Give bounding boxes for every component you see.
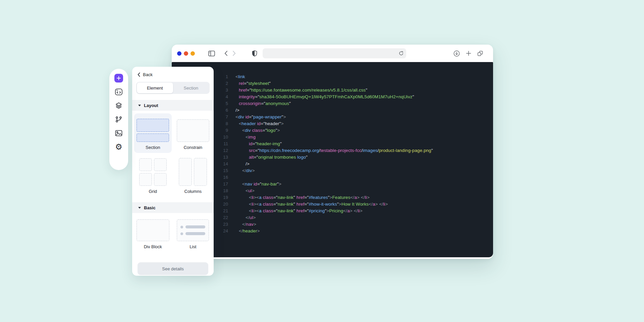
element-card-list[interactable]: List bbox=[174, 216, 212, 252]
element-card-columns[interactable]: Columns bbox=[174, 154, 212, 197]
code-line: 11id="header-img" bbox=[172, 140, 493, 147]
browser-toolbar bbox=[172, 45, 493, 62]
code-line: 23</nav> bbox=[172, 221, 493, 227]
code-text: id="header-img" bbox=[235, 141, 282, 146]
window-control-3[interactable] bbox=[191, 51, 195, 56]
code-line: 19<li><a class="nav-link" href="#feature… bbox=[172, 194, 493, 201]
elements-panel: Back Element Section LayoutSectionConstr… bbox=[132, 67, 214, 276]
window-control-1[interactable] bbox=[177, 51, 181, 56]
section-header-basic[interactable]: Basic bbox=[132, 202, 214, 213]
card-label: Constrain bbox=[183, 145, 202, 150]
constrain-glyph bbox=[177, 119, 209, 142]
code-lines: 1<link2rel="stylesheet"3href="https://us… bbox=[172, 62, 493, 234]
chevron-down-icon bbox=[138, 207, 141, 209]
code-line: 6/> bbox=[172, 107, 493, 113]
sidebar-toggle-icon[interactable] bbox=[208, 51, 215, 56]
download-icon[interactable] bbox=[453, 50, 460, 57]
code-line: 7<div id="page-wrapper"> bbox=[172, 113, 493, 120]
element-card-section[interactable]: Section bbox=[134, 113, 172, 153]
code-text: src="https://cdn.freecodecamp.org/testab… bbox=[235, 148, 433, 153]
back-button[interactable]: Back bbox=[132, 67, 214, 80]
layers-icon[interactable] bbox=[114, 101, 123, 110]
section-glyph bbox=[137, 119, 169, 142]
code-line: 15</div> bbox=[172, 167, 493, 174]
cards-grid: Div BlockList bbox=[132, 213, 214, 254]
code-text: <div class="logo"> bbox=[235, 128, 280, 133]
card-label: List bbox=[190, 244, 196, 249]
grid-glyph bbox=[139, 158, 167, 186]
element-section-switch: Element Section bbox=[136, 82, 210, 94]
section-title: Layout bbox=[144, 103, 158, 108]
section-header-layout[interactable]: Layout bbox=[132, 100, 214, 111]
code-text: /> bbox=[235, 108, 239, 113]
gear-icon[interactable]: ⚙ bbox=[114, 143, 123, 151]
code-line: 10<img bbox=[172, 133, 493, 140]
code-line: 3href="https://use.fontawesome.com/relea… bbox=[172, 87, 493, 93]
code-line: 20<li><a class="nav-link" href="#how-it-… bbox=[172, 201, 493, 207]
forward-icon[interactable] bbox=[232, 51, 236, 56]
panel-sections: LayoutSectionConstrainGridColumnsBasicDi… bbox=[132, 94, 214, 254]
tab-section[interactable]: Section bbox=[173, 83, 209, 93]
element-card-grid[interactable]: Grid bbox=[134, 154, 172, 197]
code-text: <li><a class="nav-link" href="#pricing">… bbox=[235, 208, 363, 213]
code-text: </div> bbox=[235, 168, 255, 173]
code-line: 2rel="stylesheet" bbox=[172, 80, 493, 87]
tab-overview-icon[interactable] bbox=[477, 51, 483, 56]
code-text: </header> bbox=[235, 228, 260, 233]
code-line: 17<nav id="nav-bar"> bbox=[172, 180, 493, 187]
code-line: 21<li><a class="nav-link" href="#pricing… bbox=[172, 207, 493, 214]
list-glyph bbox=[177, 219, 209, 241]
reload-icon[interactable] bbox=[399, 51, 404, 56]
code-text: <nav id="nav-bar"> bbox=[235, 181, 281, 186]
code-text: <img bbox=[235, 135, 256, 140]
tab-element[interactable]: Element bbox=[137, 83, 173, 93]
shield-icon[interactable] bbox=[252, 50, 257, 57]
code-text: <div id="page-wrapper"> bbox=[235, 114, 286, 119]
branch-icon[interactable] bbox=[114, 115, 123, 124]
see-details-button[interactable]: See details bbox=[138, 262, 208, 275]
code-editor: 1<link2rel="stylesheet"3href="https://us… bbox=[172, 62, 493, 257]
code-line: 24</header> bbox=[172, 227, 493, 234]
code-text: <li><a class="nav-link" href="#how-it-wo… bbox=[235, 202, 388, 207]
code-line: 14/> bbox=[172, 160, 493, 167]
address-bar[interactable] bbox=[263, 48, 406, 58]
address-input[interactable] bbox=[265, 51, 399, 56]
window-controls bbox=[177, 51, 195, 56]
code-text: <header id="header"> bbox=[235, 121, 284, 126]
code-text: <li><a class="nav-link" href="#features"… bbox=[235, 195, 370, 200]
columns-glyph bbox=[179, 158, 207, 186]
code-text: crossorigin="anonymous" bbox=[235, 101, 291, 106]
cards-grid: SectionConstrainGridColumns bbox=[132, 111, 214, 198]
browser-code-icon[interactable] bbox=[114, 88, 123, 96]
code-line: 22</ul> bbox=[172, 214, 493, 221]
code-line: 16 bbox=[172, 174, 493, 180]
code-text: <ul> bbox=[235, 188, 255, 193]
card-label: Grid bbox=[149, 189, 157, 194]
code-line: 1<link bbox=[172, 73, 493, 80]
code-text: rel="stylesheet" bbox=[235, 81, 271, 86]
code-text: href="https://use.fontawesome.com/releas… bbox=[235, 88, 367, 93]
element-card-constrain[interactable]: Constrain bbox=[174, 113, 212, 153]
card-label: Columns bbox=[184, 189, 202, 194]
code-text: </ul> bbox=[235, 215, 256, 220]
new-tab-icon[interactable] bbox=[466, 51, 471, 56]
code-line: 5crossorigin="anonymous" bbox=[172, 100, 493, 107]
plus-icon[interactable] bbox=[114, 74, 123, 83]
code-line: 4integrity="sha384-50oBUHEmvpQ+1lW4y57PT… bbox=[172, 93, 493, 100]
code-line: 8<header id="header"> bbox=[172, 120, 493, 127]
code-line: 12src="https://cdn.freecodecamp.org/test… bbox=[172, 147, 493, 154]
back-icon[interactable] bbox=[224, 51, 228, 56]
back-label: Back bbox=[143, 72, 153, 77]
code-line: 13alt="original trombones logo" bbox=[172, 154, 493, 160]
window-control-2[interactable] bbox=[184, 51, 188, 56]
image-icon[interactable] bbox=[114, 129, 123, 138]
div-block-glyph bbox=[137, 219, 169, 241]
section-title: Basic bbox=[144, 205, 156, 210]
browser-window: 1<link2rel="stylesheet"3href="https://us… bbox=[172, 45, 493, 259]
chevron-left-icon bbox=[138, 72, 140, 77]
tool-sidebar: ⚙ bbox=[109, 69, 128, 170]
code-text: </nav> bbox=[235, 222, 256, 227]
element-card-div-block[interactable]: Div Block bbox=[134, 216, 172, 252]
code-text: /> bbox=[235, 161, 250, 166]
code-text: <link bbox=[235, 74, 245, 79]
